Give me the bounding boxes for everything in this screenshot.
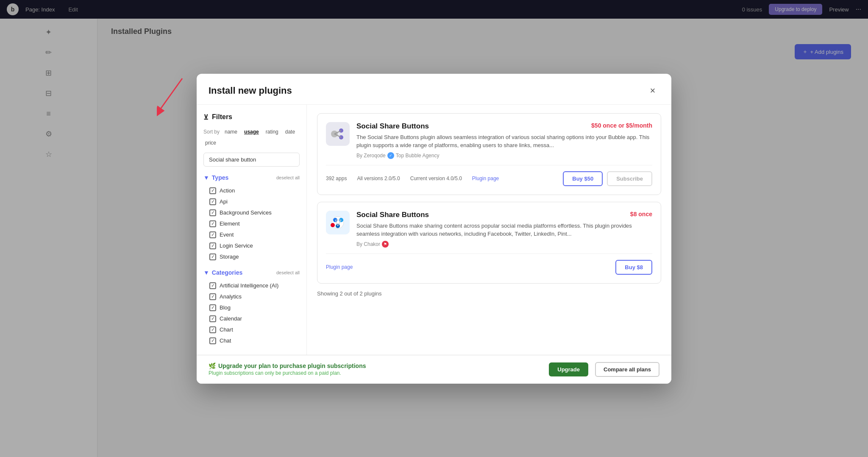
filters-header: ⊻ Filters [203, 113, 300, 121]
filters-panel: ⊻ Filters Sort by name usage rating date… [197, 105, 307, 355]
compare-plans-button[interactable]: Compare all plans [595, 362, 659, 377]
categories-deselect-all[interactable]: deselect all [276, 270, 300, 275]
upgrade-bar-text: 🌿 Upgrade your plan to purchase plugin s… [209, 362, 542, 376]
upgrade-button[interactable]: Upgrade [549, 362, 588, 376]
plugin-1-author: By Zeroqode ✓ Top Bubble Agency [356, 152, 652, 159]
sort-date[interactable]: date [284, 128, 297, 136]
categories-label: Categories [212, 269, 242, 276]
filter-type-login-service-checkbox[interactable] [209, 242, 216, 249]
plugin-card-1-top: Social Share Buttons $50 once or $5/mont… [326, 122, 652, 159]
plugin-1-actions: Buy $50 Subscribe [563, 171, 652, 186]
modal-title: Install new plugins [209, 85, 292, 96]
types-deselect-all[interactable]: deselect all [276, 175, 300, 180]
types-chevron-icon: ▼ [203, 174, 209, 181]
filter-type-login-service[interactable]: Login Service [203, 240, 300, 251]
sort-row: Sort by name usage rating date price [203, 128, 300, 147]
filter-type-event[interactable]: Event [203, 229, 300, 240]
plugin-1-apps-count: 392 apps [326, 176, 347, 181]
plugin-2-title-row: Social Share Buttons $8 once [356, 211, 652, 219]
plugin-2-icon [326, 211, 350, 234]
sort-rating[interactable]: rating [264, 128, 280, 136]
plugin-1-buy-button[interactable]: Buy $50 [563, 171, 603, 186]
filter-cat-chat[interactable]: Chat [203, 335, 300, 346]
filter-cat-chat-checkbox[interactable] [209, 337, 216, 344]
results-count: Showing 2 out of 2 plugins [317, 290, 661, 297]
search-input[interactable] [203, 153, 300, 167]
sort-usage[interactable]: usage [242, 128, 261, 136]
filter-type-background-services-label: Background Services [220, 209, 272, 216]
plugin-2-author-text: By Chakor [356, 241, 380, 247]
upgrade-icon: 🌿 [209, 362, 216, 369]
modal-close-button[interactable]: × [646, 84, 659, 98]
plugin-2-meta: Plugin page [326, 264, 353, 270]
filter-type-event-checkbox[interactable] [209, 231, 216, 238]
types-toggle[interactable]: ▼ Types [203, 174, 228, 181]
filter-cat-analytics[interactable]: Analytics [203, 291, 300, 302]
filters-title: Filters [212, 113, 232, 121]
filter-cat-calendar[interactable]: Calendar [203, 313, 300, 324]
plugin-2-author-badge: ⚑ [382, 241, 389, 248]
filter-type-action-checkbox[interactable] [209, 187, 216, 194]
filter-cat-chart-label: Chart [220, 326, 233, 333]
filter-type-event-label: Event [220, 231, 234, 238]
filter-type-api-label: Api [220, 198, 228, 205]
filter-cat-calendar-label: Calendar [220, 315, 242, 322]
plugin-1-page-link[interactable]: Plugin page [472, 176, 499, 181]
categories-list: Artificial Intelligence (AI) Analytics B… [203, 280, 300, 346]
categories-toggle[interactable]: ▼ Categories [203, 269, 242, 276]
filter-type-action[interactable]: Action [203, 185, 300, 196]
sort-label: Sort by [203, 129, 220, 135]
sort-name[interactable]: name [223, 128, 239, 136]
filter-cat-chat-label: Chat [220, 337, 231, 344]
filter-type-background-services[interactable]: Background Services [203, 207, 300, 218]
filter-type-storage-checkbox[interactable] [209, 254, 216, 260]
plugin-2-price: $8 once [630, 211, 652, 217]
filter-type-api[interactable]: Api [203, 196, 300, 207]
plugin-1-subscribe-button[interactable]: Subscribe [607, 171, 652, 186]
types-section-header: ▼ Types deselect all [203, 174, 300, 181]
modal-overlay: Install new plugins × ⊻ Filters Sort by … [0, 0, 868, 457]
filter-type-element-checkbox[interactable] [209, 220, 216, 227]
plugin-card-2-top: Social Share Buttons $8 once Social Shar… [326, 211, 652, 248]
filter-type-storage-label: Storage [220, 254, 239, 260]
filter-type-element[interactable]: Element [203, 218, 300, 229]
filter-cat-ai[interactable]: Artificial Intelligence (AI) [203, 280, 300, 291]
plugin-1-author-agency: Top Bubble Agency [396, 153, 440, 159]
plugin-card-2: Social Share Buttons $8 once Social Shar… [317, 202, 661, 284]
plugin-1-description: The Social Share Buttons plugin allows s… [356, 133, 652, 150]
svg-point-11 [331, 223, 335, 227]
plugin-1-meta: 392 apps All versions 2.0/5.0 Current ve… [326, 176, 499, 181]
plugin-1-icon [326, 122, 350, 146]
modal-header: Install new plugins × [197, 74, 671, 105]
sort-price[interactable]: price [203, 139, 218, 147]
upgrade-bar-subtitle: Plugin subscriptions can only be purchas… [209, 370, 542, 376]
filter-icon: ⊻ [203, 113, 209, 121]
filter-cat-blog[interactable]: Blog [203, 302, 300, 313]
filter-type-storage[interactable]: Storage [203, 251, 300, 262]
plugin-2-page-link[interactable]: Plugin page [326, 264, 353, 270]
plugin-1-price: $50 once or $5/month [591, 122, 652, 129]
filter-cat-chart[interactable]: Chart [203, 324, 300, 335]
filter-type-action-label: Action [220, 187, 235, 194]
plugin-1-author-badge: ✓ [387, 152, 394, 159]
plugin-2-info: Social Share Buttons $8 once Social Shar… [356, 211, 652, 248]
plugin-2-author: By Chakor ⚑ [356, 241, 652, 248]
filter-cat-ai-label: Artificial Intelligence (AI) [220, 282, 278, 289]
categories-section-header: ▼ Categories deselect all [203, 269, 300, 276]
plugin-1-author-text: By Zeroqode [356, 153, 386, 159]
filter-cat-analytics-checkbox[interactable] [209, 293, 216, 300]
results-panel: Social Share Buttons $50 once or $5/mont… [307, 105, 671, 355]
plugin-2-buy-button[interactable]: Buy $8 [615, 260, 652, 275]
plugin-1-title-row: Social Share Buttons $50 once or $5/mont… [356, 122, 652, 131]
categories-chevron-icon: ▼ [203, 269, 209, 276]
filter-type-background-services-checkbox[interactable] [209, 209, 216, 216]
filter-cat-ai-checkbox[interactable] [209, 282, 216, 289]
filter-cat-blog-checkbox[interactable] [209, 304, 216, 311]
install-plugins-modal: Install new plugins × ⊻ Filters Sort by … [197, 74, 671, 384]
plugin-1-card-bottom: 392 apps All versions 2.0/5.0 Current ve… [326, 165, 652, 186]
filter-cat-calendar-checkbox[interactable] [209, 315, 216, 322]
filter-cat-chart-checkbox[interactable] [209, 326, 216, 333]
filter-type-api-checkbox[interactable] [209, 198, 216, 205]
plugin-card-1: Social Share Buttons $50 once or $5/mont… [317, 113, 661, 195]
plugin-1-name: Social Share Buttons [356, 122, 429, 131]
